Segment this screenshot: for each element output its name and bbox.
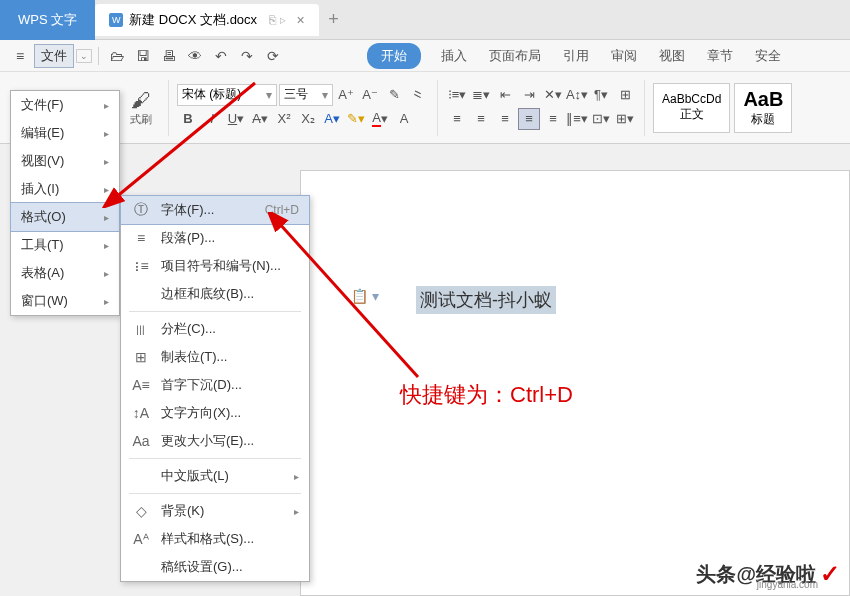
submenu-item-tabs[interactable]: ⊞制表位(T)... (121, 343, 309, 371)
format-submenu: Ⓣ 字体(F)... Ctrl+D ≡段落(P)... ⫶≡项目符号和编号(N)… (120, 195, 310, 582)
submenu-item-genkou[interactable]: 稿纸设置(G)... (121, 553, 309, 581)
annotation-text: 快捷键为：Ctrl+D (400, 380, 573, 410)
tab-review[interactable]: 审阅 (609, 43, 639, 69)
ribbon-tabs: 开始 插入 页面布局 引用 审阅 视图 章节 安全 (367, 43, 783, 69)
styles-group: AaBbCcDd 正文 AaB 标题 (653, 83, 792, 133)
menu-item-tools[interactable]: 工具(T)▸ (11, 231, 119, 259)
chevron-down-icon[interactable]: ⌄ (76, 49, 92, 63)
file-menu-button[interactable]: 文件 (34, 44, 74, 68)
tab-security[interactable]: 安全 (753, 43, 783, 69)
open-icon[interactable]: 🗁 (105, 44, 129, 68)
ribbon: 🖌 式刷 宋体 (标题)▾ 三号▾ A⁺ A⁻ ✎ ⺀ B I U▾ A̶▾ X… (0, 72, 850, 144)
format-painter-button[interactable]: 🖌 式刷 (122, 84, 160, 132)
close-icon[interactable]: × (296, 12, 304, 28)
tab-view[interactable]: 视图 (657, 43, 687, 69)
document-tab[interactable]: W 新建 DOCX 文档.docx ⎘ ▷ × (95, 4, 318, 36)
brush-icon: 🖌 (131, 89, 151, 112)
show-marks-icon[interactable]: ¶▾ (590, 84, 612, 106)
menu-item-window[interactable]: 窗口(W)▸ (11, 287, 119, 315)
clear-format-icon[interactable]: ✎ (383, 84, 405, 106)
sort-icon[interactable]: A↕▾ (566, 84, 588, 106)
shading-icon[interactable]: ⊡▾ (590, 108, 612, 130)
tabs-icon: ⊞ (131, 349, 151, 365)
font-icon: Ⓣ (131, 201, 151, 219)
doc-icon: W (109, 13, 123, 27)
dropcap-icon: A≡ (131, 377, 151, 393)
submenu-item-dropcap[interactable]: A≡首字下沉(D)... (121, 371, 309, 399)
new-tab-button[interactable]: + (319, 9, 349, 30)
tab-insert[interactable]: 插入 (439, 43, 469, 69)
menu-item-insert[interactable]: 插入(I)▸ (11, 175, 119, 203)
submenu-item-text-direction[interactable]: ↕A文字方向(X)... (121, 399, 309, 427)
subscript-icon[interactable]: X₂ (297, 108, 319, 130)
phonetic-icon[interactable]: ⺀ (407, 84, 429, 106)
direction-icon: ↕A (131, 405, 151, 421)
numbering-icon[interactable]: ≣▾ (470, 84, 492, 106)
distribute-icon[interactable]: ≡ (542, 108, 564, 130)
submenu-item-styles[interactable]: Aᴬ样式和格式(S)... (121, 525, 309, 553)
hamburger-icon[interactable]: ≡ (8, 44, 32, 68)
paragraph-icon: ≡ (131, 230, 151, 246)
print-icon[interactable]: 🖶 (157, 44, 181, 68)
menu-item-table[interactable]: 表格(A)▸ (11, 259, 119, 287)
align-justify-icon[interactable]: ≡ (518, 108, 540, 130)
font-color-icon[interactable]: A▾ (369, 108, 391, 130)
underline-icon[interactable]: U▾ (225, 108, 247, 130)
menu-separator (129, 493, 301, 494)
decrease-indent-icon[interactable]: ⇤ (494, 84, 516, 106)
line-spacing-icon[interactable]: ‖≡▾ (566, 108, 588, 130)
bullets-icon[interactable]: ⁝≡▾ (446, 84, 468, 106)
strikethrough-icon[interactable]: A̶▾ (249, 108, 271, 130)
selected-text[interactable]: 测试文档-抖小蚁 (416, 286, 556, 314)
tab-layout[interactable]: 页面布局 (487, 43, 543, 69)
redo-icon[interactable]: ↷ (235, 44, 259, 68)
submenu-item-columns[interactable]: ⫼分栏(C)... (121, 315, 309, 343)
menu-item-view[interactable]: 视图(V)▸ (11, 147, 119, 175)
paragraph-group: ⁝≡▾ ≣▾ ⇤ ⇥ ✕▾ A↕▾ ¶▾ ⊞ ≡ ≡ ≡ ≡ ≡ ‖≡▾ ⊡▾ … (446, 84, 636, 132)
submenu-item-change-case[interactable]: Aa更改大小写(E)... (121, 427, 309, 455)
app-tab[interactable]: WPS 文字 (0, 0, 95, 40)
submenu-item-font[interactable]: Ⓣ 字体(F)... Ctrl+D (120, 195, 310, 225)
menu-item-format[interactable]: 格式(O)▸ (10, 202, 120, 232)
spacing-icon[interactable]: ✕▾ (542, 84, 564, 106)
char-shading-icon[interactable]: A (393, 108, 415, 130)
text-effect-icon[interactable]: A▾ (321, 108, 343, 130)
refresh-icon[interactable]: ⟳ (261, 44, 285, 68)
italic-icon[interactable]: I (201, 108, 223, 130)
font-group: 宋体 (标题)▾ 三号▾ A⁺ A⁻ ✎ ⺀ B I U▾ A̶▾ X² X₂ … (177, 84, 429, 132)
submenu-item-background[interactable]: ◇背景(K)▸ (121, 497, 309, 525)
tab-start[interactable]: 开始 (367, 43, 421, 69)
document-page[interactable]: 📋 ▾ 测试文档-抖小蚁 (300, 170, 850, 596)
align-right-icon[interactable]: ≡ (494, 108, 516, 130)
bold-icon[interactable]: B (177, 108, 199, 130)
border-icon[interactable]: ⊞ (614, 84, 636, 106)
case-icon: Aa (131, 433, 151, 449)
font-size-select[interactable]: 三号▾ (279, 84, 333, 106)
style-heading[interactable]: AaB 标题 (734, 83, 792, 133)
check-icon: ✓ (820, 560, 840, 588)
align-center-icon[interactable]: ≡ (470, 108, 492, 130)
decrease-font-icon[interactable]: A⁻ (359, 84, 381, 106)
submenu-item-paragraph[interactable]: ≡段落(P)... (121, 224, 309, 252)
align-left-icon[interactable]: ≡ (446, 108, 468, 130)
submenu-item-borders[interactable]: 边框和底纹(B)... (121, 280, 309, 308)
tab-chapter[interactable]: 章节 (705, 43, 735, 69)
highlight-icon[interactable]: ✎▾ (345, 108, 367, 130)
submenu-item-asian[interactable]: 中文版式(L)▸ (121, 462, 309, 490)
font-name-select[interactable]: 宋体 (标题)▾ (177, 84, 277, 106)
quick-toolbar: ≡ 文件 ⌄ 🗁 🖫 🖶 👁 ↶ ↷ ⟳ 开始 插入 页面布局 引用 审阅 视图… (0, 40, 850, 72)
tab-reference[interactable]: 引用 (561, 43, 591, 69)
tab-status-icon: ⎘ ▷ (269, 13, 286, 27)
submenu-item-bullets[interactable]: ⫶≡项目符号和编号(N)... (121, 252, 309, 280)
save-icon[interactable]: 🖫 (131, 44, 155, 68)
increase-indent-icon[interactable]: ⇥ (518, 84, 540, 106)
superscript-icon[interactable]: X² (273, 108, 295, 130)
tabs-icon[interactable]: ⊞▾ (614, 108, 636, 130)
paste-options-icon[interactable]: 📋 ▾ (351, 288, 379, 304)
menu-item-file[interactable]: 文件(F)▸ (11, 91, 119, 119)
style-normal[interactable]: AaBbCcDd 正文 (653, 83, 730, 133)
increase-font-icon[interactable]: A⁺ (335, 84, 357, 106)
preview-icon[interactable]: 👁 (183, 44, 207, 68)
menu-item-edit[interactable]: 编辑(E)▸ (11, 119, 119, 147)
undo-icon[interactable]: ↶ (209, 44, 233, 68)
